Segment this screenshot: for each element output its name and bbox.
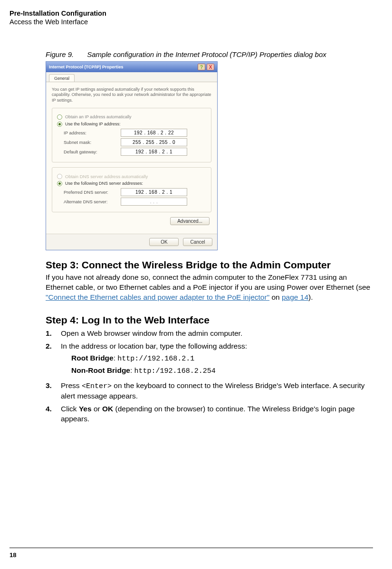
- ip-address-group: Obtain an IP address automatically Use t…: [52, 108, 211, 162]
- step4-item-3: 3. Press <Enter> on the keyboard to conn…: [46, 381, 373, 401]
- non-root-bridge-label: Non-Root Bridge: [71, 366, 130, 374]
- dialog-title: Internet Protocol (TCP/IP) Properties: [49, 65, 124, 69]
- text-fragment: Click: [61, 405, 79, 413]
- enter-key: <Enter>: [82, 382, 112, 390]
- step4-heading: Step 4: Log In to the Web Interface: [46, 314, 373, 326]
- subnet-mask-label: Subnet mask:: [64, 140, 121, 145]
- link-page-14[interactable]: page 14: [282, 293, 308, 301]
- radio-use-following-dns[interactable]: Use the following DNS server addresses:: [57, 181, 206, 186]
- radio-icon: [57, 174, 62, 179]
- step-number: 2.: [46, 341, 56, 378]
- step-text: Open a Web browser window from the admin…: [61, 329, 373, 339]
- text-fragment: Press: [61, 381, 82, 389]
- advanced-button[interactable]: Advanced...: [170, 217, 210, 225]
- tab-general[interactable]: General: [49, 74, 75, 82]
- root-bridge-url: http://192.168.2.1: [117, 355, 194, 363]
- page-number: 18: [10, 551, 16, 559]
- default-gateway-field[interactable]: 192 . 168 . 2 . 1: [121, 148, 187, 156]
- ip-address-field[interactable]: 192 . 168 . 2 . 22: [121, 129, 187, 137]
- dialog-titlebar: Internet Protocol (TCP/IP) Properties ? …: [46, 62, 217, 72]
- step4-item-4: 4. Click Yes or OK (depending on the bro…: [46, 404, 373, 424]
- step-number: 4.: [46, 404, 56, 424]
- step-text: In the address or location bar, type the…: [61, 342, 247, 350]
- text-fragment: or: [92, 405, 102, 413]
- radio-label: Obtain an IP address automatically: [65, 114, 131, 119]
- alternate-dns-field[interactable]: . . .: [121, 198, 187, 206]
- radio-icon: [57, 181, 62, 186]
- step3-text-mid: on: [269, 293, 282, 301]
- preferred-dns-field[interactable]: 192 . 168 . 2 . 1: [121, 188, 187, 196]
- radio-obtain-dns-auto: Obtain DNS server address automatically: [57, 174, 206, 179]
- non-root-bridge-url: http:/192.168.2.254: [134, 367, 216, 375]
- tcpip-properties-dialog: Internet Protocol (TCP/IP) Properties ? …: [46, 61, 218, 250]
- step4-item-2: 2. In the address or location bar, type …: [46, 341, 373, 378]
- radio-icon: [57, 122, 62, 127]
- step3-text-1: If you have not already done so, connect…: [46, 273, 370, 291]
- root-bridge-label: Root Bridge: [71, 354, 114, 362]
- ip-address-label: IP address:: [64, 130, 121, 135]
- dialog-footer: OK Cancel: [46, 234, 217, 250]
- ok-button[interactable]: OK: [149, 238, 179, 246]
- radio-icon: [57, 114, 62, 120]
- radio-label: Use the following IP address:: [65, 122, 120, 126]
- doc-section-subtitle: Access the Web Interface: [10, 18, 373, 26]
- step-text: Press <Enter> on the keyboard to connect…: [61, 381, 373, 401]
- step3-heading: Step 3: Connect the Wireless Bridge to t…: [46, 259, 373, 271]
- default-gateway-label: Default gateway:: [64, 149, 121, 154]
- step-number: 3.: [46, 381, 56, 401]
- alternate-dns-label: Alternate DNS server:: [64, 199, 121, 204]
- footer-rule: [10, 548, 373, 548]
- link-connect-ethernet-cables[interactable]: "Connect the Ethernet cables and power a…: [46, 293, 269, 301]
- cancel-button[interactable]: Cancel: [183, 238, 212, 246]
- close-icon[interactable]: X: [207, 64, 214, 70]
- step4-item-1: 1. Open a Web browser window from the ad…: [46, 329, 373, 339]
- radio-label: Use the following DNS server addresses:: [65, 181, 143, 186]
- step3-body: If you have not already done so, connect…: [46, 273, 373, 303]
- radio-use-following-ip[interactable]: Use the following IP address:: [57, 122, 206, 127]
- figure-caption-text: Sample configuration in the Internet Pro…: [87, 50, 326, 58]
- yes-label: Yes: [79, 405, 92, 413]
- subnet-mask-field[interactable]: 255 . 255 . 255 . 0: [121, 138, 187, 146]
- radio-label: Obtain DNS server address automatically: [65, 174, 148, 179]
- step3-text-end: ).: [308, 293, 313, 301]
- dns-group: Obtain DNS server address automatically …: [52, 167, 211, 212]
- step-text: Click Yes or OK (depending on the browse…: [61, 404, 373, 424]
- radio-obtain-ip-auto[interactable]: Obtain an IP address automatically: [57, 114, 206, 120]
- figure-label: Figure 9.: [46, 50, 74, 58]
- ok-label: OK: [102, 405, 113, 413]
- dialog-intro-text: You can get IP settings assigned automat…: [52, 87, 211, 103]
- dialog-tabbar: General: [46, 72, 217, 82]
- doc-section-title: Pre-Installation Configuration: [10, 9, 373, 17]
- help-icon[interactable]: ?: [198, 64, 205, 70]
- figure-caption: Figure 9.Sample configuration in the Int…: [46, 50, 373, 58]
- preferred-dns-label: Preferred DNS server:: [64, 190, 121, 195]
- step-number: 1.: [46, 329, 56, 339]
